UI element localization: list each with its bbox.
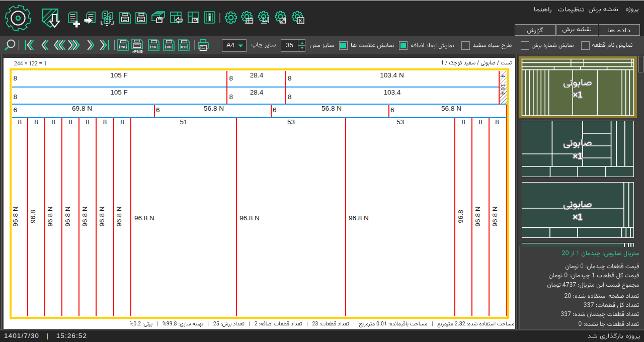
svg-text:PDF: PDF [150,45,157,49]
svg-text:PNG: PNG [119,45,127,49]
svg-text:×PNG: ×PNG [132,49,142,54]
svg-text:K: K [299,18,302,24]
svg-text:X12: X12 [181,45,187,49]
svg-text:DXF: DXF [165,45,173,49]
